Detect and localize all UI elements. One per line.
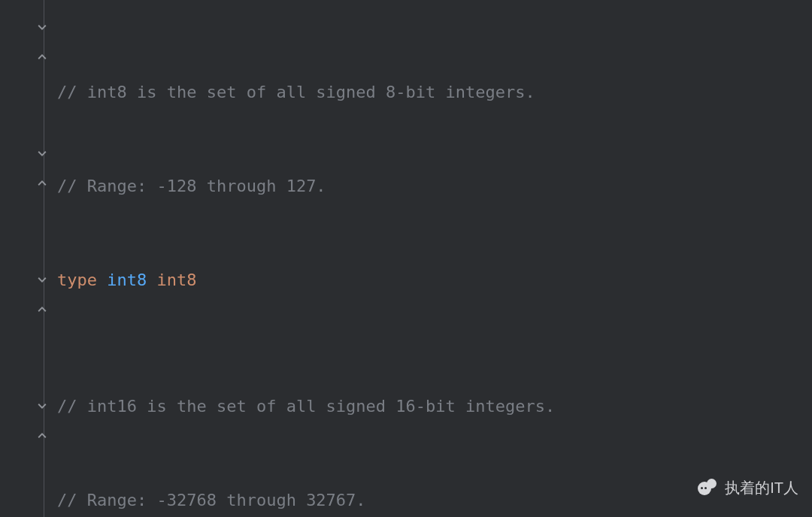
fold-handle-close-icon[interactable]	[35, 51, 49, 65]
comment-line: // int8 is the set of all signed 8-bit i…	[57, 83, 535, 101]
comment-line: // Range: -128 through 127.	[57, 177, 326, 195]
wechat-icon	[698, 479, 719, 497]
fold-handle-close-icon[interactable]	[35, 304, 49, 317]
comment-line: // int16 is the set of all signed 16-bit…	[57, 397, 555, 416]
editor-gutter	[0, 0, 47, 517]
fold-handle-close-icon[interactable]	[35, 430, 49, 443]
fold-handle-open-icon[interactable]	[35, 146, 49, 159]
code-editor[interactable]: // int8 is the set of all signed 8-bit i…	[0, 0, 812, 517]
code-area[interactable]: // int8 is the set of all signed 8-bit i…	[47, 0, 812, 517]
watermark-text: 执着的IT人	[725, 473, 798, 502]
type-ref: int8	[156, 271, 196, 289]
type-name: int8	[107, 271, 147, 289]
fold-handle-open-icon[interactable]	[35, 272, 49, 286]
fold-handle-open-icon[interactable]	[35, 20, 49, 33]
fold-handle-open-icon[interactable]	[35, 398, 49, 412]
keyword-type: type	[57, 271, 97, 289]
fold-handle-close-icon[interactable]	[35, 177, 49, 191]
comment-line: // Range: -32768 through 32767.	[57, 491, 366, 509]
watermark: 执着的IT人	[698, 473, 798, 502]
